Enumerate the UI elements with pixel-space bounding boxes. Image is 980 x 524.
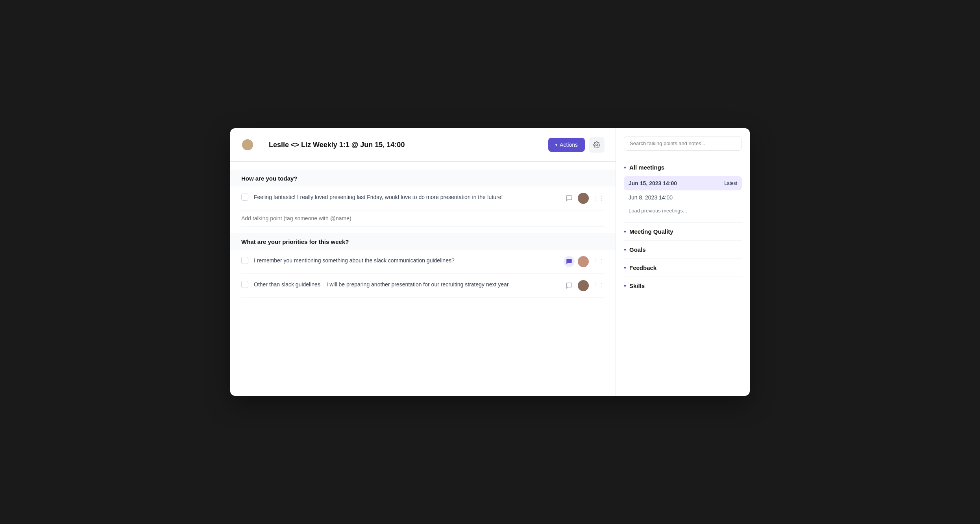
svg-point-8 [580, 263, 587, 267]
left-panel: Leslie <> Liz Weekly 1:1 @ Jun 15, 14:00… [230, 128, 616, 396]
meeting-title: Leslie <> Liz Weekly 1:1 @ Jun 15, 14:00 [269, 141, 542, 149]
checkbox-3[interactable] [241, 281, 248, 288]
avatar-group [241, 138, 263, 152]
actions-chevron: ▾ [555, 143, 557, 147]
item-actions-3: ⋮⋮ [564, 280, 605, 291]
gear-icon [593, 141, 600, 148]
talking-item-2: I remember you mentioning something abou… [241, 250, 605, 274]
skills-label: Skills [629, 282, 645, 289]
svg-point-1 [244, 146, 251, 151]
svg-point-9 [581, 282, 586, 287]
goals-label: Goals [629, 246, 646, 253]
svg-point-5 [581, 195, 586, 200]
svg-point-7 [581, 258, 586, 263]
svg-point-4 [596, 144, 598, 146]
meeting-quality-section: ▾ Meeting Quality [624, 223, 742, 241]
search-input[interactable] [624, 136, 742, 151]
main-content: How are you today? Feeling fantastic! I … [230, 162, 616, 396]
all-meetings-header[interactable]: ▾ All meetings [624, 159, 742, 176]
sidebar-list: ▾ All meetings Jun 15, 2023 14:00 Latest… [616, 159, 750, 388]
meetings-list: Jun 15, 2023 14:00 Latest Jun 8, 2023 14… [624, 176, 742, 222]
checkbox-2[interactable] [241, 257, 248, 264]
talking-item-3: Other than slack guidelines – I will be … [241, 274, 605, 298]
load-previous-meetings[interactable]: Load previous meetings... [624, 205, 742, 219]
dots-menu-3[interactable]: ⋮⋮ [592, 282, 605, 290]
skills-chevron: ▾ [624, 283, 626, 289]
svg-point-10 [580, 287, 587, 291]
avatar-leslie [241, 138, 254, 151]
item-text-2: I remember you mentioning something abou… [254, 256, 558, 265]
dots-menu-2[interactable]: ⋮⋮ [592, 258, 605, 266]
meeting-item-1[interactable]: Jun 15, 2023 14:00 Latest [624, 176, 742, 190]
skills-section: ▾ Skills [624, 277, 742, 295]
comment-icon-1[interactable] [564, 193, 575, 204]
all-meetings-section: ▾ All meetings Jun 15, 2023 14:00 Latest… [624, 159, 742, 223]
all-meetings-label: All meetings [629, 164, 664, 171]
meeting-date-1: Jun 15, 2023 14:00 [629, 180, 677, 186]
avatar-person1-item3 [578, 280, 589, 291]
meeting-quality-chevron: ▾ [624, 229, 626, 234]
right-panel: ▾ All meetings Jun 15, 2023 14:00 Latest… [616, 128, 750, 396]
feedback-chevron: ▾ [624, 265, 626, 271]
section-header-1: How are you today? [230, 170, 616, 186]
app-window: Leslie <> Liz Weekly 1:1 @ Jun 15, 14:00… [230, 128, 750, 396]
avatar-person2-item2 [578, 256, 589, 267]
add-talking-point-input-1[interactable] [241, 210, 605, 227]
goals-section: ▾ Goals [624, 241, 742, 259]
skills-header[interactable]: ▾ Skills [624, 277, 742, 295]
item-actions-1: ⋮⋮ [564, 193, 605, 204]
item-text-1: Feeling fantastic! I really loved presen… [254, 193, 558, 201]
speech-bubble-filled-icon [566, 258, 573, 265]
all-meetings-chevron: ▾ [624, 165, 626, 170]
feedback-header[interactable]: ▾ Feedback [624, 259, 742, 277]
goals-header[interactable]: ▾ Goals [624, 241, 742, 258]
checkbox-1[interactable] [241, 194, 248, 201]
meeting-item-2[interactable]: Jun 8, 2023 14:00 [624, 190, 742, 205]
item-actions-2: ⋮⋮ [564, 256, 605, 267]
meeting-badge-1: Latest [724, 181, 737, 186]
svg-point-0 [245, 142, 250, 146]
avatar-person1-item1 [578, 193, 589, 204]
talking-item-1: Feeling fantastic! I really loved presen… [241, 186, 605, 210]
comment-icon-3[interactable] [564, 280, 575, 291]
speech-bubble-icon [566, 195, 573, 202]
feedback-section: ▾ Feedback [624, 259, 742, 277]
header-actions: ▾ Actions [548, 137, 605, 153]
goals-chevron: ▾ [624, 247, 626, 253]
item-text-3: Other than slack guidelines – I will be … [254, 280, 558, 289]
header: Leslie <> Liz Weekly 1:1 @ Jun 15, 14:00… [230, 128, 616, 162]
speech-bubble-outline-icon [566, 282, 573, 289]
comment-icon-2[interactable] [564, 256, 575, 267]
section-header-2: What are your priorities for this week? [230, 233, 616, 250]
settings-button[interactable] [589, 137, 605, 153]
meeting-date-2: Jun 8, 2023 14:00 [629, 194, 673, 201]
actions-button[interactable]: ▾ Actions [548, 138, 585, 152]
feedback-label: Feedback [629, 264, 656, 271]
meeting-quality-label: Meeting Quality [629, 228, 673, 235]
meeting-quality-header[interactable]: ▾ Meeting Quality [624, 223, 742, 240]
svg-point-6 [580, 200, 587, 204]
actions-label: Actions [560, 142, 578, 148]
dots-menu-1[interactable]: ⋮⋮ [592, 195, 605, 202]
